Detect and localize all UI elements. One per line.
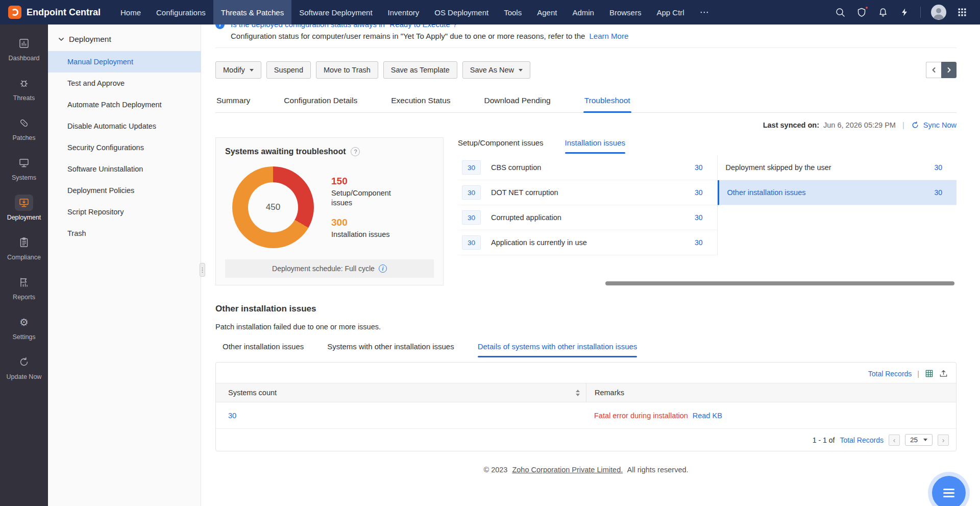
sidebar-item-trash[interactable]: Trash: [48, 223, 201, 244]
issue-row-cbs-corruption[interactable]: 30 CBS corruption 30: [458, 155, 717, 180]
tab-other-installation-issues[interactable]: Other installation issues: [223, 342, 304, 357]
rail-item-threats[interactable]: Threats: [0, 68, 48, 108]
nav-item-agent[interactable]: Agent: [529, 0, 565, 25]
issue-row-application-in-use[interactable]: 30 Application is currently in use 30: [458, 230, 717, 255]
issue-row-corrupted-application[interactable]: 30 Corrupted application 30: [458, 205, 717, 230]
column-chooser-icon[interactable]: [925, 369, 934, 378]
issue-count[interactable]: 30: [695, 163, 703, 172]
sidebar-item-script-repository[interactable]: Script Repository: [48, 201, 201, 223]
nav-item-configurations[interactable]: Configurations: [149, 0, 213, 25]
tab-configuration-details[interactable]: Configuration Details: [283, 94, 358, 112]
legend-setup-component[interactable]: 150 Setup/Component issues: [331, 176, 410, 208]
horizontal-scrollbar[interactable]: [458, 281, 957, 285]
assistant-fab[interactable]: [932, 476, 966, 506]
modify-button[interactable]: Modify: [215, 61, 261, 79]
issue-count[interactable]: 30: [695, 188, 703, 197]
info-icon[interactable]: i: [379, 264, 387, 273]
divider: [920, 7, 921, 18]
sidebar-item-deployment-policies[interactable]: Deployment Policies: [48, 180, 201, 201]
rail-item-dashboard[interactable]: Dashboard: [0, 29, 48, 68]
suspend-button[interactable]: Suspend: [266, 61, 311, 79]
issue-row-deployment-skipped[interactable]: Deployment skipped by the user 30: [718, 155, 957, 180]
user-avatar[interactable]: [931, 5, 946, 20]
nav-item-os-deployment[interactable]: OS Deployment: [427, 0, 496, 25]
sidebar-item-software-uninstallation[interactable]: Software Uninstallation: [48, 158, 201, 180]
quick-actions-lightning-icon[interactable]: [899, 7, 910, 18]
rail-item-deployment[interactable]: Deployment: [0, 188, 48, 228]
nav-item-software-deployment[interactable]: Software Deployment: [291, 0, 380, 25]
column-systems-count[interactable]: Systems count: [228, 389, 277, 397]
page-size-select[interactable]: 25: [905, 434, 933, 446]
page-next-button[interactable]: ›: [938, 435, 949, 446]
sidebar-item-security-configurations[interactable]: Security Configurations: [48, 137, 201, 158]
tab-download-pending[interactable]: Download Pending: [483, 94, 552, 112]
learn-more-link[interactable]: Learn More: [590, 32, 629, 40]
sort-icon[interactable]: [576, 390, 580, 396]
save-as-template-button[interactable]: Save as Template: [383, 61, 457, 79]
tab-troubleshoot[interactable]: Troubleshoot: [583, 94, 631, 112]
nav-item-admin[interactable]: Admin: [565, 0, 602, 25]
sidebar-item-test-and-approve[interactable]: Test and Approve: [48, 73, 201, 94]
total-records-pagination-link[interactable]: Total Records: [840, 436, 884, 444]
troubleshoot-region: Systems awaiting troubleshoot ? 450 150 …: [215, 137, 957, 285]
page-prev-button[interactable]: ‹: [889, 435, 900, 446]
tab-details-of-systems[interactable]: Details of systems with other installati…: [478, 342, 638, 357]
rail-item-settings[interactable]: ⚙ Settings: [0, 307, 48, 347]
tab-setup-component-issues[interactable]: Setup/Component issues: [458, 138, 544, 153]
chevron-down-icon: [58, 36, 64, 42]
save-as-new-button[interactable]: Save As New: [462, 61, 530, 79]
move-to-trash-button[interactable]: Move to Trash: [316, 61, 378, 79]
divider: |: [902, 121, 904, 129]
rail-item-update-now[interactable]: Update Now: [0, 347, 48, 387]
search-icon[interactable]: [835, 7, 846, 18]
primary-nav: Home Configurations Threats & Patches So…: [113, 0, 717, 25]
sync-now-link[interactable]: Sync Now: [923, 121, 957, 129]
sidebar-section-header[interactable]: Deployment: [48, 25, 201, 51]
total-records-link[interactable]: Total Records: [868, 370, 912, 378]
brand[interactable]: Endpoint Central: [0, 0, 113, 25]
rail-item-systems[interactable]: Systems: [0, 148, 48, 188]
read-kb-link[interactable]: Read KB: [693, 412, 722, 420]
systems-count-link[interactable]: 30: [228, 412, 236, 420]
systems-donut-chart[interactable]: 450: [232, 166, 314, 248]
zoho-corporation-link[interactable]: Zoho Corporation Private Limited.: [512, 466, 623, 474]
notification-bell-icon[interactable]: [877, 7, 889, 18]
tab-execution-status[interactable]: Execution Status: [390, 94, 451, 112]
issue-row-dot-net-corruption[interactable]: 30 DOT NET corruption 30: [458, 180, 717, 205]
issue-count[interactable]: 30: [934, 188, 942, 197]
legend-installation[interactable]: 300 Installation issues: [331, 217, 410, 239]
help-icon[interactable]: ?: [351, 147, 360, 156]
sidebar-item-manual-deployment[interactable]: Manual Deployment: [48, 51, 201, 73]
scrollbar-thumb[interactable]: [605, 281, 954, 285]
issue-badge: 30: [462, 160, 481, 175]
issue-count[interactable]: 30: [695, 213, 703, 222]
next-record-button[interactable]: [941, 62, 957, 78]
sidebar-item-automate-patch-deployment[interactable]: Automate Patch Deployment: [48, 94, 201, 115]
top-navbar: Endpoint Central Home Configurations Thr…: [0, 0, 980, 25]
apps-grid-icon[interactable]: [957, 7, 968, 18]
tab-installation-issues[interactable]: Installation issues: [565, 138, 625, 153]
security-shield-icon[interactable]: [856, 7, 867, 18]
issue-row-other-installation-issues[interactable]: Other installation issues 30: [718, 180, 957, 205]
issue-count[interactable]: 30: [695, 238, 703, 247]
nav-item-threats-patches[interactable]: Threats & Patches: [213, 0, 291, 25]
banner-question-link[interactable]: Is the deployed configuration status alw…: [231, 25, 628, 30]
nav-item-tools[interactable]: Tools: [496, 0, 529, 25]
table-row: 30 Fatal error during installation Read …: [216, 402, 956, 429]
nav-item-app-ctrl[interactable]: App Ctrl: [649, 0, 692, 25]
nav-item-home[interactable]: Home: [113, 0, 149, 25]
tab-summary[interactable]: Summary: [215, 94, 251, 112]
previous-record-button[interactable]: [926, 62, 941, 78]
nav-item-inventory[interactable]: Inventory: [380, 0, 427, 25]
rail-item-compliance[interactable]: Compliance: [0, 228, 48, 268]
export-icon[interactable]: [939, 369, 948, 378]
nav-item-more[interactable]: ⋯: [692, 0, 717, 25]
nav-item-browsers[interactable]: Browsers: [602, 0, 649, 25]
sidebar-resize-handle[interactable]: ⋮: [200, 263, 205, 277]
rail-item-patches[interactable]: Patches: [0, 108, 48, 148]
tab-systems-with-other-installation-issues[interactable]: Systems with other installation issues: [327, 342, 454, 357]
sidebar-item-disable-automatic-updates[interactable]: Disable Automatic Updates: [48, 115, 201, 137]
issue-count[interactable]: 30: [934, 163, 942, 172]
sync-status-row: Last synced on: Jun 6, 2026 05:29 PM | S…: [215, 121, 957, 129]
rail-item-reports[interactable]: Reports: [0, 268, 48, 307]
